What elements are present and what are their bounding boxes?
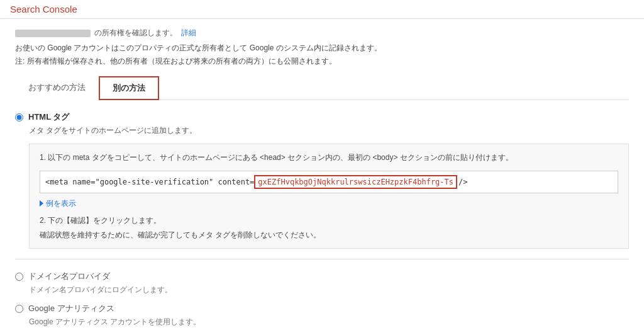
analytics-radio-row: Google アナリティクス xyxy=(15,303,629,314)
triangle-icon xyxy=(40,200,43,207)
html-tag-radio[interactable] xyxy=(15,113,23,122)
html-tag-radio-row: HTML タグ xyxy=(15,111,629,123)
main-content: の所有権を確認します。 詳細 お使いの Google アカウントはこのプロパティ… xyxy=(0,19,644,335)
info-line2: 注: 所有者情報が保存され、他の所有者（現在および将来の所有者の両方）にも公開さ… xyxy=(15,55,629,67)
detail-link[interactable]: 詳細 xyxy=(181,28,196,38)
owner-prefix-text: の所有権を確認します。 xyxy=(94,28,177,38)
analytics-section: Google アナリティクス Google アナリティクス アカウントを使用しま… xyxy=(15,303,629,327)
tab-other[interactable]: 別の方法 xyxy=(99,76,159,100)
meta-tag-value: gxEZfHvqkbgOjNqkkrulrswsiczEHzpzkF4bhfrg… xyxy=(254,175,457,189)
meta-tag-static: <meta name="google-site-verification" co… xyxy=(45,178,254,186)
analytics-title: Google アナリティクス xyxy=(28,303,114,314)
meta-tag-end: /> xyxy=(458,178,467,186)
dns-radio[interactable] xyxy=(15,273,23,281)
dns-desc: ドメイン名プロバイダにログインします。 xyxy=(29,285,629,295)
dns-radio-row: ドメイン名プロバイダ xyxy=(15,271,629,282)
html-tag-desc: メタ タグをサイトのホームページに追加します。 xyxy=(29,125,629,136)
example-link-label: 例を表示 xyxy=(46,198,76,209)
dns-section: ドメイン名プロバイダ ドメイン名プロバイダにログインします。 xyxy=(15,271,629,295)
info-line1: お使いの Google アカウントはこのプロパティの正式な所有者として Goog… xyxy=(15,42,629,54)
html-tag-title: HTML タグ xyxy=(28,111,69,123)
owner-verification-line: の所有権を確認します。 詳細 xyxy=(15,28,629,38)
step2-title: 2. 下の【確認】をクリックします。 xyxy=(40,215,618,226)
meta-tag-row: <meta name="google-site-verification" co… xyxy=(40,171,618,193)
step1-text: 1. 以下の meta タグをコピーして、サイトのホームページにある <head… xyxy=(40,152,618,164)
analytics-radio[interactable] xyxy=(15,305,23,313)
owner-url-placeholder xyxy=(15,30,91,37)
other-options: ドメイン名プロバイダ ドメイン名プロバイダにログインします。 Google アナ… xyxy=(15,271,629,335)
tab-recommended[interactable]: おすすめの方法 xyxy=(15,76,99,100)
separator xyxy=(15,259,629,259)
example-link[interactable]: 例を表示 xyxy=(40,198,618,209)
html-tag-section: HTML タグ メタ タグをサイトのホームページに追加します。 1. 以下の m… xyxy=(15,111,629,248)
step-box: 1. 以下の meta タグをコピーして、サイトのホームページにある <head… xyxy=(29,144,629,248)
analytics-desc: Google アナリティクス アカウントを使用します。 xyxy=(29,317,629,327)
confirm-note: 確認状態を維持するために、確認が完了してもメタ タグを削除しないでください。 xyxy=(40,230,618,241)
tabs-container: おすすめの方法 別の方法 xyxy=(15,76,629,100)
app-title: Search Console xyxy=(10,4,77,14)
header: Search Console xyxy=(0,0,644,19)
dns-title: ドメイン名プロバイダ xyxy=(28,271,110,282)
